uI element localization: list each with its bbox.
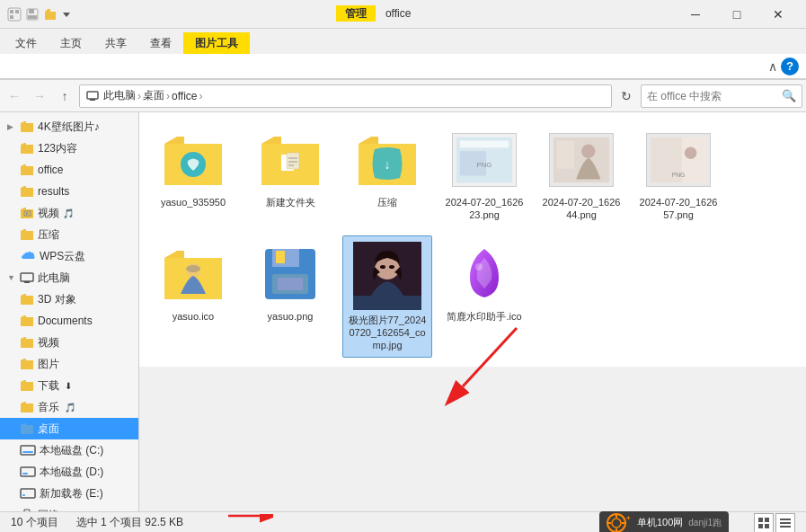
watermark-sub: danji1跑	[688, 517, 722, 529]
grid-view-button[interactable]	[754, 513, 774, 533]
search-box[interactable]: 🔍	[641, 84, 802, 108]
item-count: 10 个项目	[11, 515, 58, 530]
folder-video-icon	[20, 207, 34, 219]
sidebar-item-downloads[interactable]: 下载 ⬇	[0, 375, 138, 396]
minimize-button[interactable]: ─	[675, 0, 716, 29]
expand-icon: ▶	[7, 510, 16, 511]
help-button[interactable]: ?	[781, 58, 799, 75]
tab-view[interactable]: 查看	[138, 32, 183, 54]
network-icon	[20, 509, 34, 511]
crumb-sep-2: ›	[166, 90, 170, 102]
svg-rect-5	[29, 9, 34, 13]
tab-share[interactable]: 共享	[93, 32, 138, 54]
up-button[interactable]: ↑	[54, 85, 75, 107]
view-toggle	[754, 513, 795, 533]
sidebar-item-label: results	[38, 185, 69, 198]
sidebar-item-pictures[interactable]: 图片	[0, 353, 138, 375]
svg-rect-19	[22, 494, 25, 496]
file-name: yasuo.png	[268, 310, 314, 323]
back-button[interactable]: ←	[4, 85, 25, 107]
list-item[interactable]: 简鹿水印助手.ico	[439, 235, 529, 359]
crumb-desktop[interactable]: 桌面	[143, 88, 164, 103]
list-view-button[interactable]	[775, 513, 795, 533]
svg-rect-54	[276, 251, 285, 263]
folder-big-icon	[258, 131, 323, 189]
sidebar-item-video2[interactable]: 视频	[0, 332, 138, 353]
svg-rect-17	[22, 473, 28, 474]
svg-rect-60	[353, 296, 421, 310]
sidebar-item-office[interactable]: office	[0, 159, 138, 181]
list-item[interactable]: 2024-07-20_162644.png	[536, 121, 626, 228]
refresh-button[interactable]: ↻	[616, 85, 637, 107]
ribbon: 文件 主页 共享 查看 图片工具 ∧ ?	[0, 29, 806, 80]
svg-rect-49	[186, 265, 200, 272]
svg-rect-8	[87, 92, 98, 99]
file-thumbnail: PNG	[452, 128, 517, 192]
list-item[interactable]: ↓ 压缩	[342, 121, 432, 228]
address-path[interactable]: 此电脑 › 桌面 › office ›	[79, 84, 612, 108]
file-thumbnail	[452, 242, 517, 306]
sidebar-item-4k[interactable]: ▶ 4K壁纸图片♪	[0, 116, 138, 137]
list-item[interactable]: PNG 2024-07-20_162657.png	[633, 121, 723, 228]
svg-rect-75	[765, 518, 769, 522]
watermark-badge: + 单机100网 danji1跑	[599, 511, 729, 533]
sidebar-item-label: 新加载卷 (E:)	[40, 486, 103, 501]
list-item[interactable]: 新建文件夹	[245, 121, 335, 228]
list-item[interactable]: yasuo_935950	[148, 121, 238, 228]
cloud-icon	[20, 250, 36, 262]
yasuo-ico-icon	[161, 242, 226, 306]
tab-home[interactable]: 主页	[49, 32, 93, 54]
list-item[interactable]: yasuo.png	[245, 235, 335, 359]
svg-rect-78	[780, 519, 791, 520]
file-name: 2024-07-20_162623.png	[444, 196, 525, 222]
sidebar-item-drive-c[interactable]: 本地磁盘 (C:)	[0, 439, 138, 461]
sidebar-item-3d[interactable]: 3D 对象	[0, 288, 138, 310]
sidebar-item-pc[interactable]: ▼ 此电脑	[0, 267, 138, 288]
sidebar-item-drive-d[interactable]: 本地磁盘 (D:)	[0, 461, 138, 483]
title-text: 管理 office	[72, 6, 675, 22]
svg-rect-9	[90, 99, 95, 101]
computer-icon	[85, 89, 100, 103]
svg-point-41	[581, 145, 596, 159]
sidebar-item-music[interactable]: 音乐 🎵	[0, 396, 138, 418]
down-arrow-icon	[61, 9, 72, 20]
file-name: 压缩	[377, 196, 397, 208]
search-icon: 🔍	[782, 89, 796, 102]
search-input[interactable]	[647, 90, 782, 102]
list-item[interactable]: 极光图片77_20240720_162654_comp.jpg	[342, 235, 432, 359]
maximize-button[interactable]: □	[716, 0, 757, 29]
ribbon-content: ∧ ?	[0, 54, 806, 79]
list-item[interactable]: yasuo.ico	[148, 235, 238, 359]
crumb-computer[interactable]: 此电脑	[103, 88, 136, 103]
close-button[interactable]: ✕	[757, 0, 799, 29]
sidebar-item-desktop[interactable]: 桌面	[0, 418, 138, 439]
svg-rect-3	[10, 15, 13, 19]
tab-file[interactable]: 文件	[4, 32, 49, 54]
ribbon-collapse-button[interactable]: ∧	[768, 58, 777, 75]
sidebar-item-docs[interactable]: Documents	[0, 310, 138, 332]
ribbon-right-controls: ∧ ?	[768, 58, 799, 75]
sidebar-item-123[interactable]: 123内容	[0, 137, 138, 159]
list-icon	[779, 517, 792, 529]
folder-icon	[20, 120, 34, 133]
folder-download-icon	[20, 379, 34, 392]
crumb-office[interactable]: office	[172, 90, 197, 102]
sidebar-item-wps-cloud[interactable]: WPS云盘	[0, 245, 138, 267]
ribbon-toolbar-area	[7, 61, 10, 72]
sidebar-item-results[interactable]: results	[0, 181, 138, 202]
sidebar-item-label: 网络	[38, 508, 59, 512]
content-area: yasuo_935950	[139, 112, 806, 367]
sidebar-item-label: Documents	[38, 315, 93, 327]
file-name: 简鹿水印助手.ico	[447, 310, 521, 323]
forward-button[interactable]: →	[29, 85, 50, 107]
svg-text:PNG: PNG	[477, 161, 492, 169]
title-controls: ─ □ ✕	[675, 0, 799, 29]
list-item[interactable]: PNG 2024-07-20_162623.png	[439, 121, 529, 228]
sidebar-item-compress[interactable]: 压缩	[0, 224, 138, 245]
tab-picture[interactable]: 图片工具	[183, 32, 250, 54]
sidebar-item-video1[interactable]: 视频 🎵	[0, 202, 138, 224]
folder-icon	[20, 185, 34, 198]
svg-rect-14	[21, 446, 35, 455]
sidebar-item-drive-e[interactable]: 新加载卷 (E:)	[0, 483, 138, 504]
sidebar-item-network[interactable]: ▶ 网络	[0, 504, 138, 511]
